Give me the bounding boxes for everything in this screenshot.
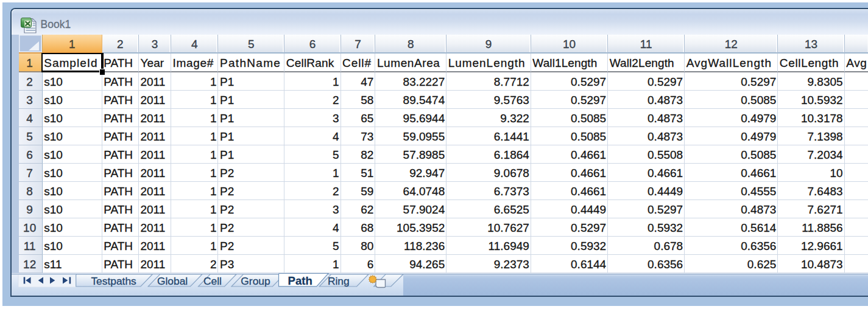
svg-text:Global: Global [157,275,188,287]
svg-text:Path: Path [288,274,312,287]
svg-text:Ring: Ring [328,275,350,287]
svg-text:Group: Group [241,275,270,287]
svg-text:Cell: Cell [203,275,222,287]
svg-text:Testpaths: Testpaths [91,275,136,287]
